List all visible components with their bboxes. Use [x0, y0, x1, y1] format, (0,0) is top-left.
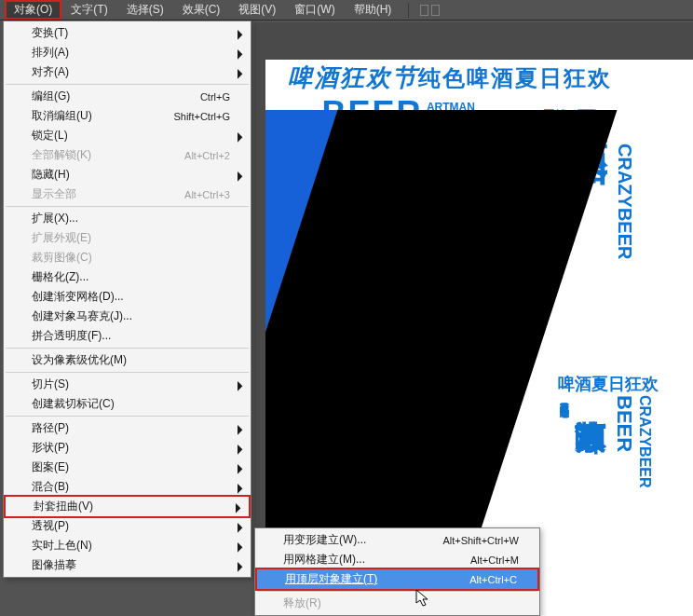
menuitem-envelope-distort[interactable]: 封套扭曲(V)▶: [4, 495, 251, 518]
layout-icons[interactable]: [420, 5, 440, 16]
chevron-right-icon: ▶: [238, 461, 243, 474]
menu-help[interactable]: 帮助(H): [345, 0, 401, 20]
menuitem-group[interactable]: 编组(G)Ctrl+G: [4, 87, 251, 106]
menuitem-rasterize[interactable]: 栅格化(Z)...: [4, 267, 251, 287]
submenu-release: 释放(R): [255, 594, 539, 613]
chevron-right-icon: ▶: [238, 559, 243, 572]
menuitem-hide[interactable]: 隐藏(H)▶: [4, 165, 251, 185]
menuitem-align[interactable]: 对齐(A)▶: [4, 62, 251, 82]
menu-separator: [6, 416, 249, 417]
chevron-right-icon: ▶: [238, 481, 243, 494]
menuitem-perspective[interactable]: 透视(P)▶: [4, 516, 251, 536]
menu-separator: [257, 591, 537, 592]
chevron-right-icon: ▶: [238, 27, 243, 40]
menuitem-shape[interactable]: 形状(P)▶: [4, 438, 251, 458]
submenu-make-with-top-object[interactable]: 用顶层对象建立(T)Alt+Ctrl+C: [255, 568, 539, 591]
menu-select[interactable]: 选择(S): [117, 0, 173, 20]
chevron-right-icon: ▶: [238, 520, 243, 533]
menuitem-lock[interactable]: 锁定(L)▶: [4, 126, 251, 145]
chevron-right-icon: ▶: [238, 422, 243, 435]
menuitem-gradient-mesh[interactable]: 创建渐变网格(D)...: [4, 287, 251, 307]
menuitem-unlock-all: 全部解锁(K)Alt+Ctrl+2: [4, 145, 251, 165]
menuitem-crop-marks[interactable]: 创建裁切标记(C): [4, 394, 251, 414]
chevron-right-icon: ▶: [238, 47, 243, 60]
menubar: 对象(O) 文字(T) 选择(S) 效果(C) 视图(V) 窗口(W) 帮助(H…: [0, 0, 693, 21]
chevron-right-icon: ▶: [238, 66, 243, 79]
chevron-right-icon: ▶: [238, 442, 243, 455]
artwork-vcrazy: CRAZYBEER: [616, 144, 634, 259]
object-menu-dropdown: 变换(T)▶ 排列(A)▶ 对齐(A)▶ 编组(G)Ctrl+G 取消编组(U)…: [3, 21, 251, 578]
menu-object[interactable]: 对象(O): [5, 0, 61, 20]
menuitem-blend[interactable]: 混合(B)▶: [4, 477, 251, 497]
chevron-right-icon: ▶: [238, 169, 243, 182]
menuitem-path[interactable]: 路径(P)▶: [4, 418, 251, 438]
menuitem-ungroup[interactable]: 取消编组(U)Shift+Ctrl+G: [4, 106, 251, 126]
menu-separator: [6, 84, 249, 85]
menuitem-pixel-perfect[interactable]: 设为像素级优化(M): [4, 350, 251, 370]
menuitem-transform[interactable]: 变换(T)▶: [4, 23, 251, 43]
menuitem-pattern[interactable]: 图案(E)▶: [4, 458, 251, 477]
cursor-icon: [414, 589, 431, 612]
menuitem-arrange[interactable]: 排列(A)▶: [4, 43, 251, 62]
menu-separator: [6, 372, 249, 373]
envelope-distort-submenu: 用变形建立(W)...Alt+Shift+Ctrl+W 用网格建立(M)...A…: [254, 527, 540, 616]
menu-text[interactable]: 文字(T): [61, 0, 116, 20]
chevron-right-icon: ▶: [236, 500, 241, 513]
submenu-make-with-mesh[interactable]: 用网格建立(M)...Alt+Ctrl+M: [255, 550, 539, 569]
artwork-block2: 啤酒夏日狂欢 冰爽夏日 疯狂啤酒 邀您喝 冰爽啤酒节 BEER CRAZYBEE…: [558, 373, 693, 488]
menubar-separator: [408, 3, 409, 18]
menuitem-crop-image: 裁剪图像(C): [4, 248, 251, 267]
artwork-title: 啤酒狂欢节纯色啤酒夏日狂欢: [288, 65, 612, 89]
menu-window[interactable]: 窗口(W): [285, 0, 344, 20]
menuitem-expand-appearance: 扩展外观(E): [4, 228, 251, 248]
menuitem-expand[interactable]: 扩展(X)...: [4, 209, 251, 228]
chevron-right-icon: ▶: [238, 130, 243, 143]
menuitem-live-paint[interactable]: 实时上色(N)▶: [4, 536, 251, 555]
submenu-make-with-warp[interactable]: 用变形建立(W)...Alt+Shift+Ctrl+W: [255, 530, 539, 550]
menuitem-object-mosaic[interactable]: 创建对象马赛克(J)...: [4, 307, 251, 326]
menu-view[interactable]: 视图(V): [229, 0, 285, 20]
menu-separator: [6, 348, 249, 349]
chevron-right-icon: ▶: [238, 540, 243, 553]
artwork-vbig: 冰爽啤酒: [564, 93, 608, 108]
menuitem-flatten-transparency[interactable]: 拼合透明度(F)...: [4, 326, 251, 346]
chevron-right-icon: ▶: [238, 378, 243, 391]
menu-separator: [6, 206, 249, 207]
menu-effect[interactable]: 效果(C): [173, 0, 230, 20]
menuitem-slice[interactable]: 切片(S)▶: [4, 375, 251, 394]
menuitem-image-trace[interactable]: 图像描摹▶: [4, 555, 251, 575]
menuitem-show-all: 显示全部Alt+Ctrl+3: [4, 185, 251, 204]
